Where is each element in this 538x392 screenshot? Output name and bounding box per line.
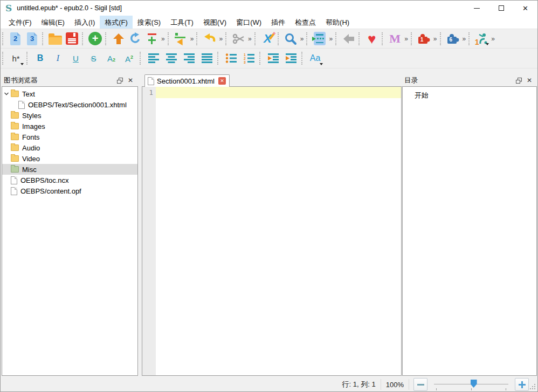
toolbar-handle[interactable] [259, 52, 262, 65]
close-panel-button[interactable]: ✕ [125, 75, 136, 85]
tree-item-audio[interactable]: Audio [2, 142, 137, 153]
toolbar-handle[interactable] [468, 32, 471, 45]
bold-button[interactable]: B [31, 50, 49, 67]
float-panel-button[interactable] [513, 75, 524, 85]
menu-insert[interactable]: 插入(I) [70, 16, 100, 29]
open-button[interactable] [47, 31, 64, 47]
toolbar-overflow-button[interactable]: » [403, 31, 409, 47]
tree-item-fonts[interactable]: Fonts [2, 132, 137, 142]
align-justify-button[interactable] [198, 50, 216, 67]
float-panel-button[interactable] [114, 75, 125, 85]
toolbar-handle[interactable] [140, 52, 142, 65]
text-casing-button[interactable]: Aa [306, 50, 324, 67]
toolbar-handle[interactable] [225, 32, 228, 45]
toolbar-handle[interactable] [196, 32, 199, 45]
toolbar-handle[interactable] [382, 32, 384, 45]
tree-item-text[interactable]: Text [2, 88, 137, 99]
back-button[interactable] [340, 31, 357, 47]
superscript-button[interactable]: A2 [120, 50, 138, 67]
menu-help[interactable]: 帮助(H) [321, 16, 354, 29]
toolbar-handle[interactable] [42, 32, 45, 45]
toolbar-handle[interactable] [2, 52, 5, 65]
toolbar-overflow-button[interactable]: » [299, 31, 305, 47]
toolbar-overflow-button[interactable]: » [490, 31, 496, 47]
toolbar-overflow-button[interactable]: » [328, 31, 334, 47]
mend-button[interactable] [311, 31, 328, 47]
toolbar-overflow-button[interactable]: » [247, 31, 253, 47]
toolbar-overflow-button[interactable]: » [461, 31, 467, 47]
find-button[interactable] [282, 31, 299, 47]
toolbar-overflow-button[interactable]: » [160, 31, 166, 47]
bullet-list-button[interactable] [222, 50, 240, 67]
plugin-m-button[interactable]: M [387, 31, 403, 47]
tab-close-button[interactable]: ✕ [218, 77, 226, 85]
numbered-list-button[interactable]: 123 [240, 50, 258, 67]
toolbar-overflow-button[interactable]: » [218, 31, 224, 47]
close-button[interactable]: ✕ [513, 1, 537, 16]
new-epub3-button[interactable]: 3 [24, 31, 40, 47]
tree-item-video[interactable]: Video [2, 153, 137, 164]
zoom-in-button[interactable] [515, 378, 529, 391]
current-line-highlight[interactable] [156, 87, 401, 98]
toolbar-handle[interactable] [168, 32, 170, 45]
strikethrough-button[interactable]: S [85, 50, 102, 67]
expand-chevron-icon[interactable] [2, 92, 11, 96]
menu-plugins[interactable]: 插件 [266, 16, 290, 29]
new-epub2-button[interactable]: 2 [7, 31, 24, 47]
toolbar-handle[interactable] [82, 32, 85, 45]
tree-item-styles[interactable]: Styles [2, 110, 137, 121]
toolbar-handle[interactable] [2, 32, 5, 45]
align-left-button[interactable] [144, 50, 162, 67]
split-at-cursor-button[interactable] [173, 31, 189, 47]
resize-grip[interactable] [534, 388, 535, 389]
minimize-button[interactable] [465, 1, 489, 16]
epub-upgrade-button[interactable] [110, 31, 127, 47]
toolbar-handle[interactable] [217, 52, 220, 65]
cut-button[interactable] [230, 31, 247, 47]
toolbar-handle[interactable] [440, 32, 443, 45]
toolbar-handle[interactable] [411, 32, 413, 45]
plugin-6-button[interactable]: 6 [445, 31, 461, 47]
close-panel-button[interactable]: ✕ [524, 75, 535, 85]
subscript-button[interactable]: A2 [102, 50, 120, 67]
underline-button[interactable]: U [67, 50, 85, 67]
tree-item-misc[interactable]: Misc [2, 164, 137, 175]
tab-section0001[interactable]: Section0001.xhtml ✕ [144, 74, 230, 87]
spellcheck-button[interactable]: X [259, 31, 276, 47]
indent-button[interactable] [282, 50, 300, 67]
toolbar-handle[interactable] [301, 52, 304, 65]
menu-checkpoint[interactable]: 检查点 [290, 16, 321, 29]
plugin-1-button[interactable]: 1 [416, 31, 432, 47]
toolbar-handle[interactable] [306, 32, 309, 45]
zoom-slider[interactable] [434, 379, 508, 390]
toolbar-overflow-button[interactable]: » [189, 31, 195, 47]
tree-item-images[interactable]: Images [2, 121, 137, 132]
insert-special-button[interactable] [143, 31, 160, 47]
toolbar-handle[interactable] [358, 32, 361, 45]
tree-item-section0001[interactable]: OEBPS/Text/Section0001.xhtml [2, 99, 137, 110]
tree-item-content-opf[interactable]: OEBPS/content.opf [2, 185, 137, 196]
refresh-button[interactable] [127, 31, 143, 47]
save-button[interactable] [64, 31, 80, 47]
menu-tools[interactable]: 工具(T) [165, 16, 198, 29]
zoom-out-button[interactable] [413, 378, 427, 391]
toc-item-start[interactable]: 开始 [415, 91, 429, 99]
menu-search[interactable]: 搜索(S) [133, 16, 165, 29]
heading-style-button[interactable]: h* [7, 50, 25, 67]
toolbar-handle[interactable] [105, 32, 108, 45]
toolbar-handle[interactable] [278, 32, 280, 45]
menu-window[interactable]: 窗口(W) [231, 16, 266, 29]
tree-item-toc-ncx[interactable]: OEBPS/toc.ncx [2, 175, 137, 185]
align-center-button[interactable] [162, 50, 180, 67]
toolbar-handle[interactable] [335, 32, 338, 45]
menu-file[interactable]: 文件(F) [4, 16, 37, 29]
toolbar-handle[interactable] [254, 32, 257, 45]
italic-button[interactable]: I [49, 50, 67, 67]
add-file-button[interactable] [87, 31, 104, 47]
menu-edit[interactable]: 编辑(E) [37, 16, 70, 29]
undo-button[interactable] [201, 31, 218, 47]
plugin-run-button[interactable]: 1 [473, 31, 490, 47]
code-editor[interactable]: 1 [142, 87, 402, 376]
slider-handle[interactable] [471, 380, 477, 388]
maximize-button[interactable] [489, 1, 513, 16]
